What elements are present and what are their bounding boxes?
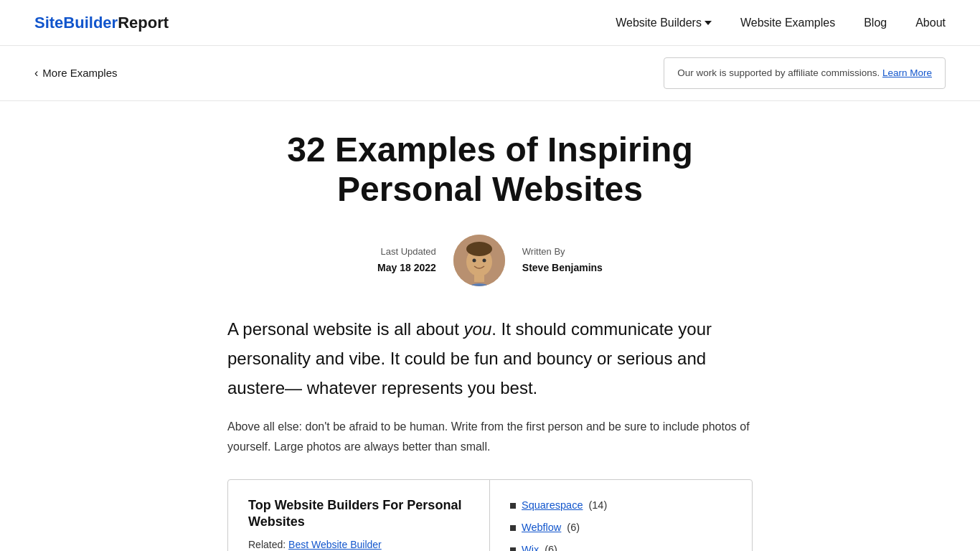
author-meta-left: Last Updated May 18 2022 — [377, 245, 436, 276]
list-item: Webflow (6) — [510, 519, 732, 536]
last-updated-date: May 18 2022 — [377, 260, 436, 276]
last-updated-label: Last Updated — [377, 245, 436, 260]
info-box-right: Squarespace (14) Webflow (6) Wix (6) Wor… — [490, 480, 752, 551]
info-box-subtitle: Related: Best Website Builder — [248, 537, 469, 551]
builder-link-wix[interactable]: Wix — [522, 542, 539, 551]
written-by-label: Written By — [522, 245, 603, 260]
nav-about[interactable]: About — [915, 14, 946, 32]
nav-website-examples[interactable]: Website Examples — [740, 14, 835, 32]
builder-link-squarespace[interactable]: Squarespace — [522, 497, 583, 514]
list-item: Wix (6) — [510, 542, 732, 551]
intro-paragraph-2: Above all else: don't be afraid to be hu… — [227, 417, 753, 456]
builder-count-wix: (6) — [545, 542, 557, 551]
svg-point-6 — [482, 258, 486, 262]
intro-section: A personal website is all about you. It … — [227, 315, 753, 456]
list-item: Squarespace (14) — [510, 497, 732, 514]
bullet-icon — [510, 503, 516, 509]
learn-more-link[interactable]: Learn More — [882, 67, 932, 78]
site-header: SiteBuilderReport Website Builders Websi… — [0, 0, 980, 46]
sub-header: ‹ More Examples Our work is supported by… — [0, 46, 980, 101]
back-chevron-icon: ‹ — [34, 64, 38, 83]
builders-list: Squarespace (14) Webflow (6) Wix (6) Wor… — [510, 497, 732, 551]
svg-point-4 — [466, 242, 492, 256]
affiliate-notice: Our work is supported by affiliate commi… — [664, 57, 946, 89]
logo-report: Report — [118, 14, 169, 32]
svg-point-5 — [472, 258, 476, 262]
main-nav: Website Builders Website Examples Blog A… — [616, 14, 946, 32]
back-link-label: More Examples — [42, 65, 117, 82]
author-meta-right: Written By Steve Benjamins — [522, 245, 603, 276]
author-avatar — [453, 235, 505, 286]
nav-website-builders[interactable]: Website Builders — [616, 14, 712, 32]
affiliate-text: Our work is supported by affiliate commi… — [677, 67, 880, 78]
nav-blog[interactable]: Blog — [864, 14, 887, 32]
back-link[interactable]: ‹ More Examples — [34, 64, 118, 83]
builder-count-squarespace: (14) — [588, 497, 607, 514]
info-box-title: Top Website Builders For Personal Websit… — [248, 497, 469, 531]
builder-link-webflow[interactable]: Webflow — [522, 519, 561, 536]
bullet-icon — [510, 525, 516, 531]
author-row: Last Updated May 18 2022 — [227, 235, 753, 286]
intro-paragraph-1: A personal website is all about you. It … — [227, 315, 753, 402]
author-name: Steve Benjamins — [522, 260, 603, 276]
builder-count-webflow: (6) — [567, 519, 580, 536]
bullet-icon — [510, 547, 516, 551]
info-box-related-link[interactable]: Best Website Builder — [288, 539, 382, 550]
logo-sitebuilder: SiteBuilder — [34, 14, 118, 32]
svg-point-1 — [459, 283, 499, 286]
info-box-left: Top Website Builders For Personal Websit… — [228, 480, 490, 551]
article-title: 32 Examples of Inspiring Personal Websit… — [227, 130, 753, 209]
site-logo[interactable]: SiteBuilderReport — [34, 10, 169, 35]
info-box: Top Website Builders For Personal Websit… — [227, 479, 753, 551]
main-content: 32 Examples of Inspiring Personal Websit… — [210, 101, 770, 551]
chevron-down-icon — [705, 21, 712, 25]
